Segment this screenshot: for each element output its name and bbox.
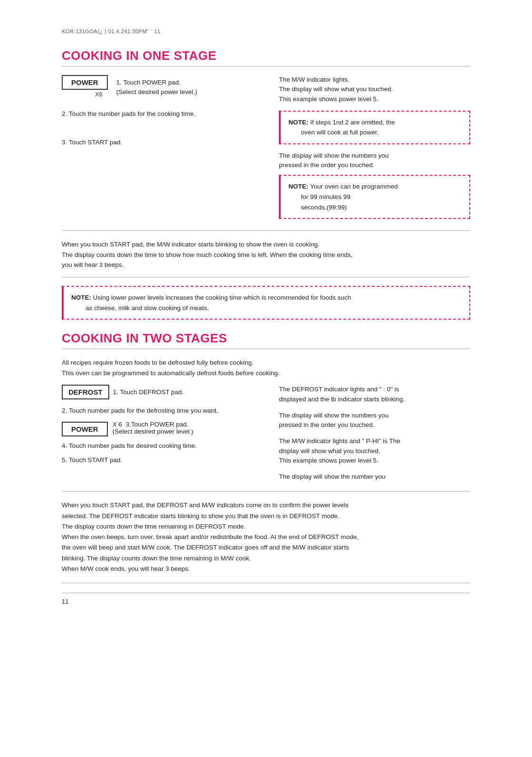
section-one-stage: COOKING IN ONE STAGE POWER X6 1. Touch P… [62, 48, 470, 320]
s2step4-block: 4. Touch number pads for desired cooking… [62, 441, 265, 451]
s2right3-text: The M/W indicator lights and " P-HI" is … [279, 436, 470, 465]
section1-left: POWER X6 1. Touch POWER pad.(Select desi… [62, 75, 274, 226]
s2step5-block: 5. Touch START pad. [62, 455, 265, 465]
s2step5-text: 5. Touch START pad. [62, 455, 265, 465]
footer-divider [62, 583, 470, 583]
section1-bottom-divider [62, 230, 470, 231]
defrost-button: DEFROST [62, 385, 109, 399]
step1-text: 1. Touch POWER pad.(Select desired power… [116, 75, 254, 97]
section2-bottom-divider [62, 491, 470, 492]
step1-block: POWER X6 1. Touch POWER pad.(Select desi… [62, 75, 265, 98]
s2step1-text: 1. Touch DEFROST pad. [113, 388, 251, 397]
section1-right: The M/W indicator lights.The display wil… [274, 75, 470, 226]
section-two-stages: COOKING IN TWO STAGES All recipes requir… [62, 331, 470, 605]
step2-block: 2. Touch the number pads for the cooking… [62, 109, 265, 119]
page-number: 11 [62, 593, 470, 605]
section2-steps: DEFROST 1. Touch DEFROST pad. 2. Touch n… [62, 385, 470, 486]
s2step4-text: 4. Touch number pads for desired cooking… [62, 441, 265, 451]
s2step1-block: DEFROST 1. Touch DEFROST pad. [62, 385, 265, 399]
note-wide-text: Using lower power levels increases the c… [71, 294, 351, 312]
s2right1-text: The DEFROST indicator lights and " : 0" … [279, 385, 470, 404]
note-wide-label: NOTE: [71, 294, 91, 301]
section1-summary: When you touch START pad, the M/W indica… [62, 239, 470, 270]
section1-steps: POWER X6 1. Touch POWER pad.(Select desi… [62, 75, 470, 226]
note2-box: NOTE: Your oven can be programmed for 99… [279, 175, 470, 219]
step3-block: 3. Touch START pad. [62, 138, 265, 147]
section2-title: COOKING IN TWO STAGES [62, 331, 470, 346]
right1-text: The M/W indicator lights.The display wil… [279, 75, 470, 104]
s2right4-text: The display will show the number you [279, 472, 470, 482]
section1-title: COOKING IN ONE STAGE [62, 48, 470, 63]
note1-box: NOTE: If steps 1nd 2 are omitted, the ov… [279, 111, 470, 144]
right2-text: The display will show the numbers youpre… [279, 151, 470, 170]
step2-text: 2. Touch the number pads for the cooking… [62, 109, 265, 119]
section1-divider [62, 66, 470, 66]
s2step3-text: 3.Touch POWER pad.(Select desired power … [113, 421, 193, 435]
section2-bottom-summary: When you touch START pad, the DEFROST an… [62, 500, 470, 574]
s2right2-text: The display will show the numbers youpre… [279, 411, 470, 430]
s2step2-text: 2. Touch number pads for the defrosting … [62, 406, 265, 416]
s2step3-block: POWER X 6 3.Touch POWER pad.(Select desi… [62, 421, 265, 436]
x6-label: X6 [95, 91, 103, 98]
s2-power-button: POWER [62, 422, 108, 436]
section2-right: The DEFROST indicator lights and " : 0" … [274, 385, 470, 486]
section2-intro: All recipes require frozen foods to be d… [62, 358, 470, 378]
note-wide: NOTE: Using lower power levels increases… [62, 286, 470, 320]
note2-label: NOTE: [288, 183, 308, 190]
header-meta: KOR-131GOA(¿ ) 01.4.241:30PM˜ ` 11 [62, 28, 470, 34]
step3-text: 3. Touch START pad. [62, 138, 265, 147]
s2step2-block: 2. Touch number pads for the defrosting … [62, 406, 265, 416]
section2-divider [62, 349, 470, 349]
note-wide-divider [62, 277, 470, 277]
s2-x6-label: X 6 [113, 421, 122, 428]
note1-label: NOTE: [288, 119, 308, 126]
power-button: POWER [62, 75, 108, 90]
section2-left: DEFROST 1. Touch DEFROST pad. 2. Touch n… [62, 385, 274, 486]
